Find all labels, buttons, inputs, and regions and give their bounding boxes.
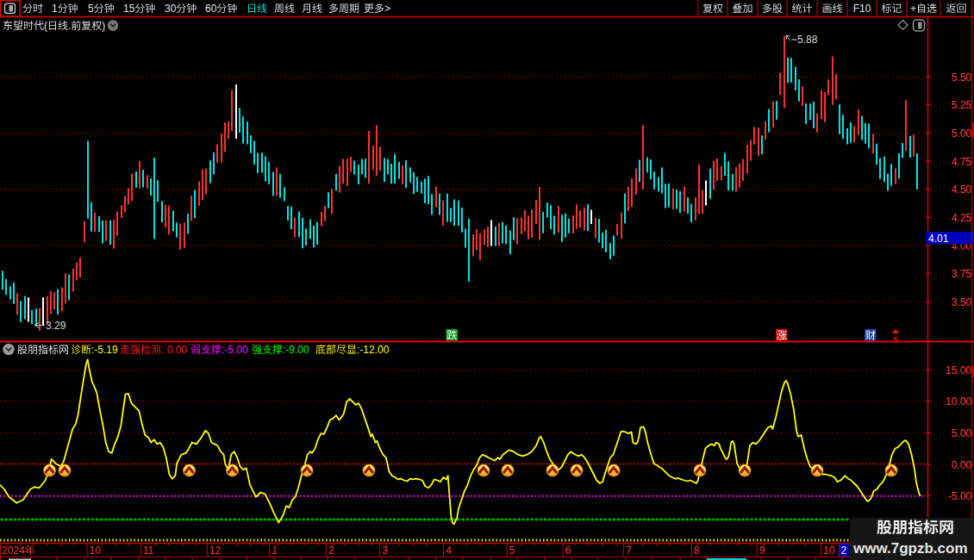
svg-text:1: 1 bbox=[272, 544, 278, 557]
svg-text:): ) bbox=[102, 20, 105, 32]
svg-text:.: . bbox=[68, 20, 71, 32]
svg-text:4.50: 4.50 bbox=[952, 184, 972, 196]
svg-text:10.00: 10.00 bbox=[946, 395, 971, 408]
svg-text:4.75: 4.75 bbox=[952, 156, 972, 168]
svg-text:10: 10 bbox=[90, 544, 102, 557]
svg-text:~5.88: ~5.88 bbox=[791, 34, 818, 46]
svg-text:5: 5 bbox=[509, 544, 515, 557]
svg-text:+: + bbox=[910, 3, 916, 15]
svg-text::-5.00: :-5.00 bbox=[222, 344, 248, 356]
svg-text:60: 60 bbox=[205, 3, 217, 15]
svg-text:1: 1 bbox=[52, 3, 58, 15]
svg-text:5.00: 5.00 bbox=[952, 128, 972, 140]
svg-text::-12.00: :-12.00 bbox=[357, 344, 390, 356]
svg-text:2024: 2024 bbox=[2, 544, 25, 557]
svg-text:12: 12 bbox=[209, 544, 222, 557]
svg-text:4.01: 4.01 bbox=[928, 233, 949, 245]
svg-text::-5.19: :-5.19 bbox=[91, 344, 118, 356]
svg-text:9: 9 bbox=[759, 544, 765, 557]
svg-text:0.00: 0.00 bbox=[952, 459, 972, 471]
svg-text:3.75: 3.75 bbox=[952, 268, 972, 280]
svg-text:-5.00: -5.00 bbox=[948, 490, 972, 502]
svg-text:: 0.00: : 0.00 bbox=[161, 344, 187, 356]
svg-text:5: 5 bbox=[88, 3, 94, 15]
svg-text:15: 15 bbox=[123, 3, 135, 15]
svg-text:>: > bbox=[384, 3, 390, 15]
svg-text:(: ( bbox=[44, 20, 47, 32]
svg-text:15.00: 15.00 bbox=[946, 364, 971, 376]
svg-text:3: 3 bbox=[382, 544, 388, 557]
svg-text:2: 2 bbox=[328, 544, 334, 557]
svg-text:3.50: 3.50 bbox=[952, 296, 972, 308]
svg-text:5.00: 5.00 bbox=[952, 427, 972, 439]
svg-text:6: 6 bbox=[565, 544, 571, 557]
svg-text:F10: F10 bbox=[853, 3, 871, 15]
svg-text:4.25: 4.25 bbox=[952, 212, 972, 224]
svg-text:8: 8 bbox=[694, 544, 700, 557]
svg-text:5.25: 5.25 bbox=[952, 99, 972, 111]
svg-text:www.7gpzb.com: www.7gpzb.com bbox=[852, 540, 968, 557]
svg-text:2: 2 bbox=[841, 544, 847, 557]
svg-text:30: 30 bbox=[165, 3, 177, 15]
svg-text:5.50: 5.50 bbox=[952, 72, 972, 84]
svg-text:3.29: 3.29 bbox=[46, 320, 66, 332]
svg-text:4: 4 bbox=[446, 544, 452, 557]
svg-text:11: 11 bbox=[143, 544, 154, 557]
svg-text:10: 10 bbox=[823, 544, 835, 557]
svg-text::-9.00: :-9.00 bbox=[283, 344, 309, 356]
svg-text:7: 7 bbox=[626, 544, 632, 557]
